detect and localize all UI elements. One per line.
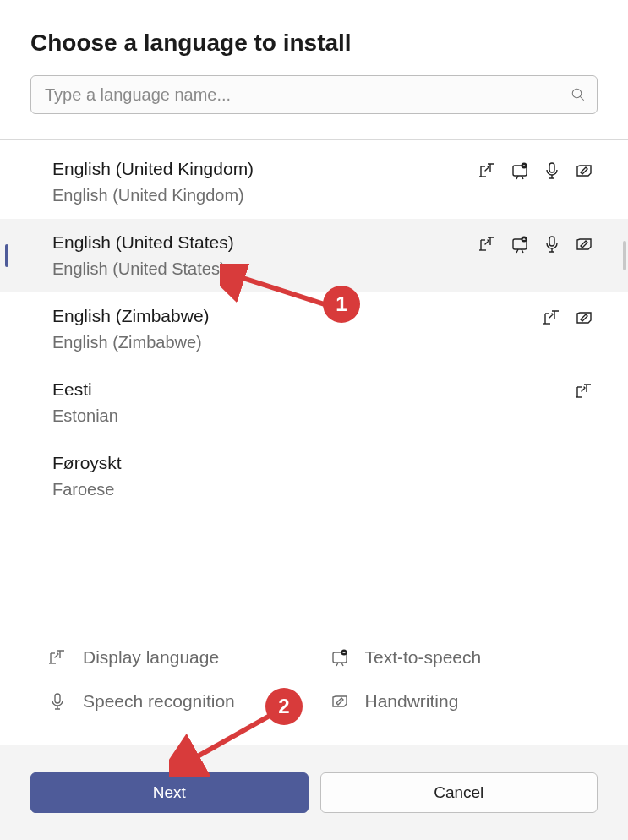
- svg-point-3: [572, 89, 582, 98]
- text-to-speech-icon: [330, 647, 350, 668]
- language-text: EestiEstonian: [52, 379, 574, 426]
- speech-recognition-icon: [542, 161, 562, 181]
- legend-label: Speech recognition: [83, 691, 235, 712]
- language-text: FøroysktFaroese: [52, 453, 594, 499]
- legend-tts: Text-to-speech: [330, 647, 595, 668]
- legend-display: Display language: [47, 647, 313, 668]
- search-icon: [571, 87, 586, 102]
- language-native-name: English (United States): [52, 232, 478, 253]
- search-wrap: [30, 75, 598, 114]
- capability-legend: Display language Text-to-speech Speech r…: [0, 625, 628, 745]
- language-english-name: Faroese: [52, 480, 594, 499]
- language-native-name: English (United Kingdom): [52, 159, 478, 179]
- legend-speech: Speech recognition: [47, 691, 313, 712]
- display-language-icon: [574, 381, 594, 401]
- legend-label: Display language: [83, 647, 219, 668]
- language-item[interactable]: EestiEstonian: [0, 366, 628, 439]
- language-capability-icons: [478, 161, 594, 181]
- handwriting-icon: [574, 234, 594, 254]
- speech-recognition-icon: [47, 691, 68, 712]
- language-english-name: English (United Kingdom): [52, 186, 478, 205]
- language-native-name: Eesti: [52, 379, 574, 400]
- language-capability-icons: [542, 308, 594, 328]
- display-language-icon: [47, 647, 68, 668]
- language-native-name: English (Zimbabwe): [52, 306, 542, 326]
- language-list[interactable]: English (United Kingdom)English (United …: [0, 140, 628, 625]
- language-text: English (Zimbabwe)English (Zimbabwe): [52, 306, 542, 352]
- legend-label: Text-to-speech: [365, 647, 482, 668]
- cancel-button[interactable]: Cancel: [320, 772, 598, 813]
- legend-handwriting: Handwriting: [330, 691, 595, 712]
- language-english-name: English (United States): [52, 259, 478, 279]
- language-native-name: Føroyskt: [52, 453, 594, 473]
- speech-recognition-icon: [542, 234, 562, 254]
- text-to-speech-icon: [510, 234, 530, 254]
- button-label: Cancel: [434, 783, 483, 802]
- button-label: Next: [153, 783, 186, 802]
- handwriting-icon: [574, 161, 594, 181]
- language-text: English (United Kingdom)English (United …: [52, 159, 478, 205]
- next-button[interactable]: Next: [30, 772, 309, 813]
- text-to-speech-icon: [510, 161, 530, 181]
- language-item[interactable]: English (Zimbabwe)English (Zimbabwe): [0, 292, 628, 366]
- dialog-title: Choose a language to install: [30, 30, 598, 57]
- search-input[interactable]: [30, 75, 598, 114]
- language-item[interactable]: English (United States)English (United S…: [0, 219, 628, 292]
- language-item[interactable]: English (United Kingdom)English (United …: [0, 145, 628, 219]
- display-language-icon: [478, 161, 498, 181]
- language-item[interactable]: FøroysktFaroese: [0, 439, 628, 513]
- legend-label: Handwriting: [365, 691, 459, 712]
- language-capability-icons: [574, 381, 594, 401]
- dialog-header: Choose a language to install: [0, 0, 628, 114]
- language-text: English (United States)English (United S…: [52, 232, 478, 279]
- language-install-dialog: Choose a language to install English (Un…: [0, 0, 628, 840]
- display-language-icon: [542, 308, 562, 328]
- display-language-icon: [478, 234, 498, 254]
- language-english-name: English (Zimbabwe): [52, 333, 542, 352]
- handwriting-icon: [330, 691, 350, 712]
- dialog-footer: Next Cancel: [0, 745, 628, 840]
- language-capability-icons: [478, 234, 594, 254]
- handwriting-icon: [574, 308, 594, 328]
- language-english-name: Estonian: [52, 406, 574, 426]
